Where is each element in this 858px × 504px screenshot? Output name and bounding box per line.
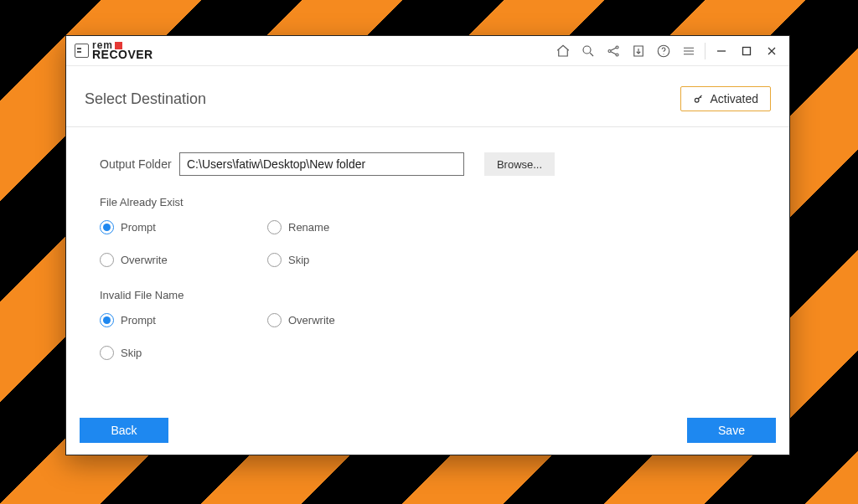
app-logo: rem RECOVER	[75, 40, 153, 62]
radio-icon	[100, 253, 114, 267]
radio-label: Prompt	[121, 221, 156, 234]
help-icon[interactable]	[651, 39, 676, 64]
save-button[interactable]: Save	[687, 418, 776, 443]
minimize-button[interactable]	[709, 39, 734, 64]
radio-label: Prompt	[121, 314, 156, 327]
desktop-background: rem RECOVER	[0, 0, 858, 504]
search-icon[interactable]	[576, 39, 601, 64]
home-icon[interactable]	[550, 39, 576, 64]
key-icon	[693, 93, 705, 105]
radio-icon	[267, 313, 282, 327]
activated-badge[interactable]: Activated	[680, 86, 771, 111]
radio-label: Skip	[288, 254, 309, 266]
svg-point-0	[583, 46, 591, 54]
menu-icon[interactable]	[676, 39, 701, 64]
close-button[interactable]	[759, 39, 784, 64]
svg-rect-6	[743, 47, 751, 54]
radio-label: Overwrite	[288, 314, 335, 327]
app-logo-icon	[75, 44, 89, 58]
back-button[interactable]: Back	[80, 418, 168, 443]
file-exist-skip[interactable]: Skip	[267, 253, 343, 267]
radio-label: Skip	[121, 347, 142, 359]
radio-label: Overwrite	[121, 254, 168, 266]
file-exist-prompt[interactable]: Prompt	[100, 220, 175, 234]
svg-point-1	[608, 49, 611, 52]
radio-icon	[267, 220, 282, 234]
titlebar-divider	[705, 43, 706, 59]
titlebar: rem RECOVER	[66, 36, 789, 66]
file-exist-rename[interactable]: Rename	[267, 220, 343, 234]
radio-icon	[267, 253, 282, 267]
svg-point-3	[616, 54, 618, 56]
export-icon[interactable]	[626, 39, 651, 64]
share-icon[interactable]	[601, 39, 626, 64]
file-exist-heading: File Already Exist	[100, 196, 756, 208]
radio-label: Rename	[288, 221, 329, 234]
app-window: rem RECOVER	[65, 35, 790, 455]
invalid-name-heading: Invalid File Name	[100, 289, 756, 301]
output-folder-input[interactable]	[179, 152, 464, 176]
radio-icon	[100, 313, 114, 327]
file-exist-group: Prompt Rename Overwrite Skip	[100, 220, 756, 267]
output-folder-label: Output Folder	[100, 157, 179, 171]
radio-icon	[100, 346, 114, 360]
footer: Back Save	[66, 418, 789, 455]
browse-button[interactable]: Browse...	[484, 152, 555, 176]
page-title: Select Destination	[85, 90, 206, 108]
invalid-name-prompt[interactable]: Prompt	[100, 313, 175, 327]
invalid-name-overwrite[interactable]: Overwrite	[267, 313, 343, 327]
content-area: Output Folder Browse... File Already Exi…	[66, 127, 789, 418]
maximize-button[interactable]	[734, 39, 759, 64]
invalid-name-skip[interactable]: Skip	[100, 346, 175, 360]
invalid-name-group: Prompt Overwrite Skip	[100, 313, 756, 360]
activated-label: Activated	[710, 92, 758, 105]
logo-line2: RECOVER	[92, 50, 153, 60]
file-exist-overwrite[interactable]: Overwrite	[100, 253, 175, 267]
page-header: Select Destination Activated	[66, 66, 789, 127]
radio-icon	[100, 220, 114, 234]
svg-point-7	[695, 98, 700, 102]
svg-point-5	[663, 54, 664, 54]
output-folder-row: Output Folder Browse...	[100, 152, 756, 176]
svg-point-2	[616, 46, 618, 49]
